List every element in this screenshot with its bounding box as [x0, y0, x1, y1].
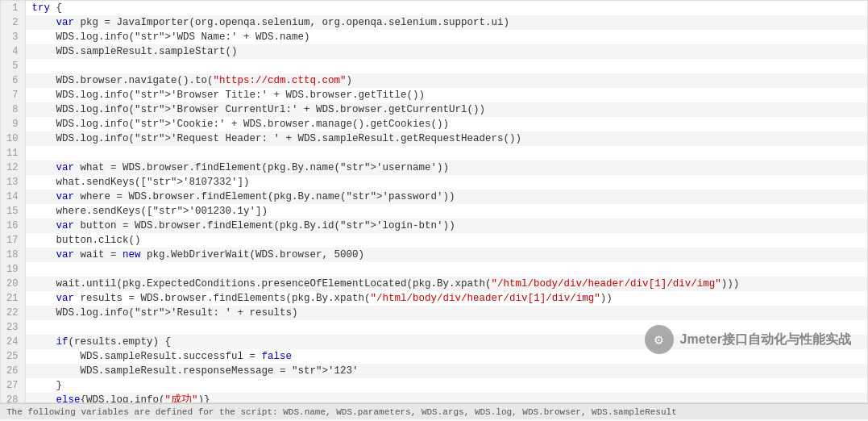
- line-number: 17: [1, 233, 25, 248]
- line-number: 14: [1, 190, 25, 204]
- line-number: 3: [1, 30, 25, 44]
- status-bar: The following variables are defined for …: [0, 403, 868, 419]
- line-number: 10: [1, 131, 25, 146]
- table-row: 2 var pkg = JavaImporter(org.openqa.sele…: [1, 15, 867, 30]
- line-number: 18: [1, 248, 25, 262]
- table-row: 17 button.click(): [1, 233, 867, 248]
- line-code: try {: [25, 1, 867, 15]
- line-number: 26: [1, 364, 25, 378]
- line-number: 27: [1, 378, 25, 393]
- line-code: WDS.log.info("str">'WDS Name:' + WDS.nam…: [25, 30, 867, 44]
- code-editor: 1try {2 var pkg = JavaImporter(org.openq…: [0, 0, 868, 403]
- table-row: 8 WDS.log.info("str">'Browser CurrentUrl…: [1, 102, 867, 117]
- line-number: 7: [1, 88, 25, 102]
- line-number: 13: [1, 175, 25, 190]
- line-number: 5: [1, 59, 25, 73]
- line-code: WDS.log.info("str">'Browser CurrentUrl:'…: [25, 102, 867, 117]
- line-code: var wait = new pkg.WebDriverWait(WDS.bro…: [25, 248, 867, 262]
- line-number: 2: [1, 15, 25, 30]
- table-row: 26 WDS.sampleResult.responseMessage = "s…: [1, 364, 867, 378]
- line-code: WDS.log.info("str">'Request Header: ' + …: [25, 131, 867, 146]
- line-number: 1: [1, 1, 25, 15]
- line-code: where.sendKeys(["str">'001230.1y']): [25, 204, 867, 219]
- table-row: 27 }: [1, 378, 867, 393]
- watermark-icon: ⚙: [645, 325, 674, 354]
- line-number: 22: [1, 306, 25, 320]
- line-code: wait.until(pkg.ExpectedConditions.presen…: [25, 277, 867, 291]
- table-row: 7 WDS.log.info("str">'Browser Title:' + …: [1, 88, 867, 102]
- table-row: 14 var where = WDS.browser.findElement(p…: [1, 190, 867, 204]
- table-row: 4 WDS.sampleResult.sampleStart(): [1, 44, 867, 59]
- table-row: 3 WDS.log.info("str">'WDS Name:' + WDS.n…: [1, 30, 867, 44]
- line-number: 11: [1, 146, 25, 160]
- line-code: var button = WDS.browser.findElement(pkg…: [25, 219, 867, 233]
- line-number: 8: [1, 102, 25, 117]
- table-row: 12 var what = WDS.browser.findElement(pk…: [1, 160, 867, 175]
- table-row: 22 WDS.log.info("str">'Result: ' + resul…: [1, 306, 867, 320]
- line-number: 16: [1, 219, 25, 233]
- table-row: 5: [1, 59, 867, 73]
- line-code: }: [25, 378, 867, 393]
- table-row: 21 var results = WDS.browser.findElement…: [1, 291, 867, 306]
- line-number: 25: [1, 349, 25, 364]
- line-number: 12: [1, 160, 25, 175]
- table-row: 18 var wait = new pkg.WebDriverWait(WDS.…: [1, 248, 867, 262]
- line-code: button.click(): [25, 233, 867, 248]
- line-code: WDS.log.info("str">'Cookie:' + WDS.brows…: [25, 117, 867, 131]
- line-code: var pkg = JavaImporter(org.openqa.seleni…: [25, 15, 867, 30]
- line-code: else{WDS.log.info("成功")}: [25, 393, 867, 403]
- table-row: 15 where.sendKeys(["str">'001230.1y']): [1, 204, 867, 219]
- line-code: WDS.browser.navigate().to("https://cdm.c…: [25, 73, 867, 88]
- line-code: var results = WDS.browser.findElements(p…: [25, 291, 867, 306]
- table-row: 1try {: [1, 1, 867, 15]
- table-row: 28 else{WDS.log.info("成功")}: [1, 393, 867, 403]
- watermark: ⚙ Jmeter接口自动化与性能实战: [645, 325, 851, 354]
- status-text: The following variables are defined for …: [6, 407, 677, 417]
- table-row: 6 WDS.browser.navigate().to("https://cdm…: [1, 73, 867, 88]
- table-row: 9 WDS.log.info("str">'Cookie:' + WDS.bro…: [1, 117, 867, 131]
- line-number: 21: [1, 291, 25, 306]
- line-code: WDS.log.info("str">'Result: ' + results): [25, 306, 867, 320]
- line-number: 19: [1, 262, 25, 277]
- line-number: 15: [1, 204, 25, 219]
- line-number: 4: [1, 44, 25, 59]
- table-row: 20 wait.until(pkg.ExpectedConditions.pre…: [1, 277, 867, 291]
- line-code: what.sendKeys(["str">'8107332']): [25, 175, 867, 190]
- table-row: 11: [1, 146, 867, 160]
- line-number: 20: [1, 277, 25, 291]
- line-number: 28: [1, 393, 25, 403]
- line-number: 9: [1, 117, 25, 131]
- line-code: [25, 262, 867, 277]
- line-code: WDS.sampleResult.responseMessage = "str"…: [25, 364, 867, 378]
- line-code: var where = WDS.browser.findElement(pkg.…: [25, 190, 867, 204]
- line-code: var what = WDS.browser.findElement(pkg.B…: [25, 160, 867, 175]
- line-code: WDS.sampleResult.sampleStart(): [25, 44, 867, 59]
- table-row: 10 WDS.log.info("str">'Request Header: '…: [1, 131, 867, 146]
- line-code: [25, 146, 867, 160]
- line-code: WDS.log.info("str">'Browser Title:' + WD…: [25, 88, 867, 102]
- line-code: [25, 59, 867, 73]
- table-row: 19: [1, 262, 867, 277]
- line-number: 24: [1, 335, 25, 349]
- line-number: 6: [1, 73, 25, 88]
- table-row: 13 what.sendKeys(["str">'8107332']): [1, 175, 867, 190]
- table-row: 16 var button = WDS.browser.findElement(…: [1, 219, 867, 233]
- line-number: 23: [1, 320, 25, 335]
- watermark-text: Jmeter接口自动化与性能实战: [680, 331, 851, 348]
